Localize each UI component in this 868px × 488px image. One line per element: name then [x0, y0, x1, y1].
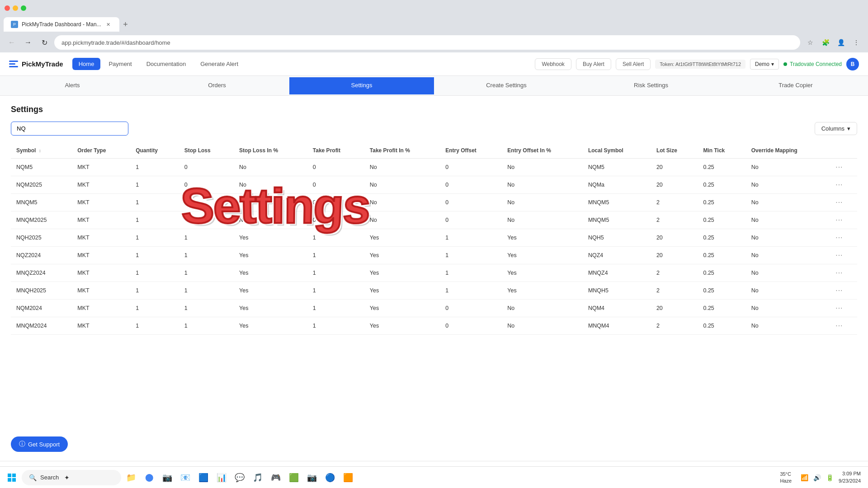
cell-take-profit-pct: Yes: [364, 300, 440, 317]
cell-more-actions[interactable]: ···: [830, 282, 857, 300]
cell-more-actions[interactable]: ···: [830, 229, 857, 247]
nav-item-generate-alert[interactable]: Generate Alert: [194, 58, 245, 70]
col-entry-offset[interactable]: Entry Offset: [440, 143, 502, 159]
system-clock[interactable]: 3:09 PM 9/23/2024: [839, 470, 861, 484]
taskbar-file-explorer[interactable]: 📁: [123, 469, 139, 486]
nav-item-home[interactable]: Home: [72, 58, 101, 70]
col-entry-offset-pct[interactable]: Entry Offset In %: [502, 143, 583, 159]
columns-button[interactable]: Columns ▾: [815, 122, 857, 135]
table-row: MNQH2025 MKT 1 1 Yes 1 Yes 1 Yes MNQH5 2…: [11, 282, 857, 300]
taskbar-app2[interactable]: 📊: [213, 469, 230, 486]
col-override-mapping[interactable]: Override Mapping: [746, 143, 830, 159]
nav-item-payment[interactable]: Payment: [102, 58, 138, 70]
volume-icon[interactable]: 🔊: [811, 472, 822, 483]
table-row: NQM2025 MKT 1 0 No 0 No 0 No NQMa 20 0.2…: [11, 176, 857, 194]
table-row: NQM2024 MKT 1 1 Yes 1 Yes 0 No NQM4 20 0…: [11, 300, 857, 317]
support-button[interactable]: ⓘ Get Support: [11, 436, 68, 452]
back-button[interactable]: ←: [5, 36, 18, 49]
cell-override-mapping: No: [746, 229, 830, 247]
address-bar[interactable]: app.pickmytrade.trade/#/dashboard/home: [54, 35, 800, 50]
cell-order-type: MKT: [72, 159, 130, 176]
new-tab-button[interactable]: +: [119, 18, 132, 31]
cell-quantity: 1: [130, 282, 179, 300]
taskbar-search[interactable]: 🔍 Search ✦: [22, 470, 121, 485]
cell-more-actions[interactable]: ···: [830, 159, 857, 176]
taskbar-app6[interactable]: 🟩: [286, 469, 302, 486]
cell-lot-size: 2: [651, 194, 698, 211]
table-row: MNQM2025 MKT 1 0 No 0 No 0 No MNQM5 2 0.…: [11, 211, 857, 229]
menu-button[interactable]: ⋮: [850, 36, 863, 49]
cell-more-actions[interactable]: ···: [830, 176, 857, 194]
taskbar-app8[interactable]: 🔵: [322, 469, 338, 486]
cell-take-profit: 1: [307, 229, 364, 247]
cell-more-actions[interactable]: ···: [830, 194, 857, 211]
sell-alert-button[interactable]: Sell Alert: [616, 58, 651, 70]
cell-entry-offset-pct: Yes: [502, 282, 583, 300]
subnav-settings[interactable]: Settings: [289, 77, 434, 94]
col-lot-size[interactable]: Lot Size: [651, 143, 698, 159]
tab-close-btn[interactable]: ✕: [105, 21, 112, 28]
forward-button[interactable]: →: [22, 36, 34, 49]
search-input[interactable]: [11, 122, 128, 136]
cell-override-mapping: No: [746, 159, 830, 176]
taskbar-search-icon: 🔍: [29, 474, 37, 481]
subnav-orders[interactable]: Orders: [145, 77, 289, 94]
subnav-alerts[interactable]: Alerts: [0, 77, 145, 94]
cell-order-type: MKT: [72, 194, 130, 211]
taskbar-app5[interactable]: 🎮: [268, 469, 284, 486]
battery-icon[interactable]: 🔋: [824, 472, 835, 483]
profile-button[interactable]: 👤: [835, 36, 847, 49]
col-min-tick[interactable]: Min Tick: [698, 143, 745, 159]
get-support-label[interactable]: ⓘ Get Support: [11, 436, 68, 452]
col-symbol[interactable]: Symbol ↕: [11, 143, 72, 159]
wifi-icon[interactable]: 📶: [799, 472, 810, 483]
tradovate-status: Tradovate Connected: [783, 61, 842, 67]
table-row: NQZ2024 MKT 1 1 Yes 1 Yes 1 Yes NQZ4 20 …: [11, 247, 857, 264]
bookmark-button[interactable]: ☆: [804, 36, 816, 49]
col-quantity[interactable]: Quantity: [130, 143, 179, 159]
weather-widget: 35°C Haze: [776, 471, 795, 484]
col-local-symbol[interactable]: Local Symbol: [583, 143, 651, 159]
cell-take-profit: 1: [307, 264, 364, 282]
cell-lot-size: 2: [651, 282, 698, 300]
extensions-button[interactable]: 🧩: [819, 36, 832, 49]
taskbar-photos[interactable]: 📷: [159, 469, 175, 486]
taskbar-app7[interactable]: 📷: [304, 469, 320, 486]
cell-more-actions[interactable]: ···: [830, 264, 857, 282]
taskbar-app9[interactable]: 🟧: [340, 469, 356, 486]
cell-take-profit-pct: Yes: [364, 317, 440, 335]
page-title: Settings: [11, 105, 857, 114]
nav-item-documentation[interactable]: Documentation: [140, 58, 192, 70]
col-order-type[interactable]: Order Type: [72, 143, 130, 159]
col-stop-loss[interactable]: Stop Loss: [179, 143, 234, 159]
cell-take-profit-pct: No: [364, 194, 440, 211]
cell-symbol: MNQM2025: [11, 211, 72, 229]
cell-more-actions[interactable]: ···: [830, 317, 857, 335]
taskbar-app1[interactable]: 🟦: [195, 469, 212, 486]
col-take-profit-pct[interactable]: Take Profit In %: [364, 143, 440, 159]
col-stop-loss-pct[interactable]: Stop Loss In %: [234, 143, 307, 159]
buy-alert-button[interactable]: Buy Alert: [576, 58, 611, 70]
cell-quantity: 1: [130, 247, 179, 264]
taskbar-mail[interactable]: 📧: [177, 469, 193, 486]
col-take-profit[interactable]: Take Profit: [307, 143, 364, 159]
cell-more-actions[interactable]: ···: [830, 300, 857, 317]
taskbar-chrome[interactable]: ⬤: [141, 469, 157, 486]
user-avatar[interactable]: B: [846, 58, 859, 70]
subnav-trade-copier[interactable]: Trade Copier: [723, 77, 868, 94]
demo-dropdown[interactable]: Demo ▾: [750, 59, 779, 70]
taskbar-app3[interactable]: 💬: [231, 469, 248, 486]
cell-more-actions[interactable]: ···: [830, 247, 857, 264]
reload-button[interactable]: ↻: [38, 36, 51, 49]
cell-lot-size: 2: [651, 211, 698, 229]
start-button[interactable]: [4, 469, 20, 486]
cell-stop-loss: 1: [179, 282, 234, 300]
cell-more-actions[interactable]: ···: [830, 211, 857, 229]
browser-tab[interactable]: P PickMyTrade Dashboard - Man... ✕: [4, 17, 119, 32]
subnav-risk-settings[interactable]: Risk Settings: [579, 77, 723, 94]
subnav-create-settings[interactable]: Create Settings: [434, 77, 579, 94]
taskbar-app4[interactable]: 🎵: [250, 469, 266, 486]
tab-favicon: P: [11, 21, 18, 28]
tradovate-label: Tradovate Connected: [790, 61, 842, 67]
webhook-button[interactable]: Webhook: [535, 58, 571, 70]
